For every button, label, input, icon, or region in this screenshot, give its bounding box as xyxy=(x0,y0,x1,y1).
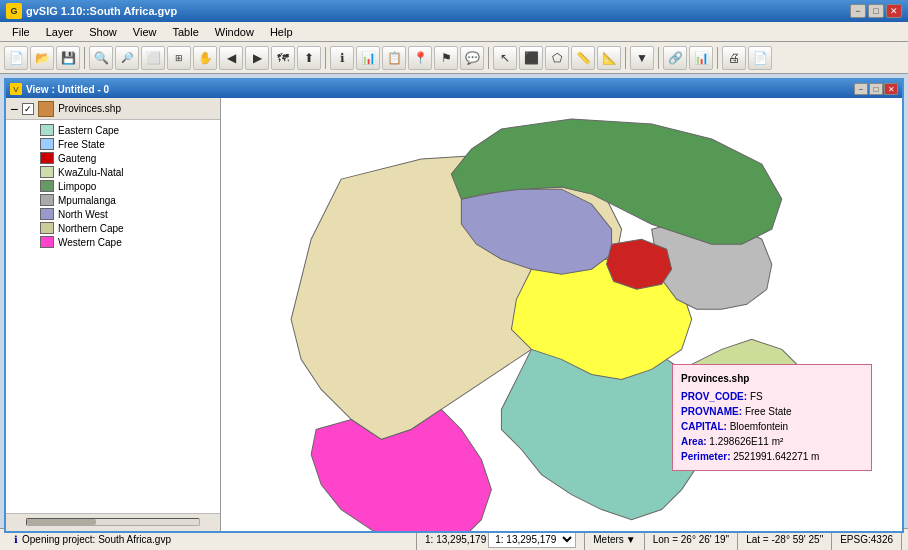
select-rect-button[interactable]: ⬛ xyxy=(519,46,543,70)
pan-button[interactable]: ✋ xyxy=(193,46,217,70)
select-poly-button[interactable]: ⬠ xyxy=(545,46,569,70)
sub-window-icon: V xyxy=(10,83,22,95)
sub-close-button[interactable]: ✕ xyxy=(884,83,898,95)
main-area: V View : Untitled - 0 − □ ✕ − Provinces.… xyxy=(0,74,908,528)
zoom-all-button[interactable]: ⊞ xyxy=(167,46,191,70)
legend-color-1 xyxy=(40,138,54,150)
legend-label-5: Mpumalanga xyxy=(58,195,116,206)
unit-label: Meters xyxy=(593,534,624,545)
sub-minimize-button[interactable]: − xyxy=(854,83,868,95)
info-field-2: CAPITAL: Bloemfontein xyxy=(681,419,863,434)
zoom-prev-button[interactable]: ◀ xyxy=(219,46,243,70)
legend-item-1: Free State xyxy=(40,138,216,150)
sub-maximize-button[interactable]: □ xyxy=(869,83,883,95)
app-icon: G xyxy=(6,3,22,19)
chart-button[interactable]: 📊 xyxy=(689,46,713,70)
legend-color-4 xyxy=(40,180,54,192)
menu-file[interactable]: File xyxy=(4,24,38,40)
info-field-value-4: 2521991.642271 m xyxy=(733,451,819,462)
info-field-name-2: CAPITAL: xyxy=(681,421,730,432)
sep1 xyxy=(84,47,85,69)
legend-label-2: Gauteng xyxy=(58,153,96,164)
full-extent-button[interactable]: 🗺 xyxy=(271,46,295,70)
layers-header: − Provinces.shp xyxy=(6,98,220,120)
scale-dropdown[interactable]: 1: 13,295,179 xyxy=(488,531,576,548)
layer-file-name[interactable]: Provinces.shp xyxy=(58,103,121,114)
menu-bar: File Layer Show View Table Window Help xyxy=(0,22,908,42)
zoom-rect-button[interactable]: ⬜ xyxy=(141,46,165,70)
legend-item-5: Mpumalanga xyxy=(40,194,216,206)
map-area[interactable]: Provinces.shp PROV_CODE: FS PROVNAME: Fr… xyxy=(221,98,902,531)
info-field-4: Perimeter: 2521991.642271 m xyxy=(681,449,863,464)
info-button[interactable]: ℹ xyxy=(330,46,354,70)
layers-scroll-horizontal[interactable] xyxy=(6,513,220,531)
zoom-in-button[interactable]: 🔍 xyxy=(89,46,113,70)
sep5 xyxy=(658,47,659,69)
info-field-1: PROVNAME: Free State xyxy=(681,404,863,419)
menu-layer[interactable]: Layer xyxy=(38,24,82,40)
locate-button[interactable]: 📍 xyxy=(408,46,432,70)
view-window: V View : Untitled - 0 − □ ✕ − Provinces.… xyxy=(4,78,904,533)
info-field-value-1: Free State xyxy=(745,406,792,417)
legend-color-0 xyxy=(40,124,54,136)
zoom-out-button[interactable]: 🔎 xyxy=(115,46,139,70)
legend-item-6: North West xyxy=(40,208,216,220)
window-controls: − □ ✕ xyxy=(850,4,902,18)
new-button[interactable]: 📄 xyxy=(4,46,28,70)
info-field-name-4: Perimeter: xyxy=(681,451,733,462)
info-field-value-3: 1.298626E11 m² xyxy=(709,436,783,447)
cursor-button[interactable]: ⬆ xyxy=(297,46,321,70)
legend-item-7: Northern Cape xyxy=(40,222,216,234)
legend-item-8: Western Cape xyxy=(40,236,216,248)
sep4 xyxy=(625,47,626,69)
info-field-0: PROV_CODE: FS xyxy=(681,389,863,404)
legend-label-4: Limpopo xyxy=(58,181,96,192)
link-button[interactable]: 🔗 xyxy=(663,46,687,70)
legend-color-5 xyxy=(40,194,54,206)
filter-button[interactable]: ▼ xyxy=(630,46,654,70)
legend-label-3: KwaZulu-Natal xyxy=(58,167,124,178)
layer-checkbox[interactable] xyxy=(22,103,34,115)
sep6 xyxy=(717,47,718,69)
open-button[interactable]: 📂 xyxy=(30,46,54,70)
info-field-3: Area: 1.298626E11 m² xyxy=(681,434,863,449)
select-button[interactable]: ↖ xyxy=(493,46,517,70)
table-button[interactable]: 📋 xyxy=(382,46,406,70)
save-button[interactable]: 💾 xyxy=(56,46,80,70)
measure-button[interactable]: 📏 xyxy=(571,46,595,70)
legend-items: Eastern Cape Free State Gauteng KwaZulu-… xyxy=(10,124,216,248)
bookmark-button[interactable]: ⚑ xyxy=(434,46,458,70)
query-button[interactable]: 📊 xyxy=(356,46,380,70)
info-icon: ℹ xyxy=(14,534,18,545)
menu-show[interactable]: Show xyxy=(81,24,125,40)
info-popup: Provinces.shp PROV_CODE: FS PROVNAME: Fr… xyxy=(672,364,872,471)
legend-label-7: Northern Cape xyxy=(58,223,124,234)
menu-table[interactable]: Table xyxy=(164,24,206,40)
legend-item-2: Gauteng xyxy=(40,152,216,164)
legend-label-6: North West xyxy=(58,209,108,220)
zoom-next-button[interactable]: ▶ xyxy=(245,46,269,70)
maximize-button[interactable]: □ xyxy=(868,4,884,18)
report-button[interactable]: 📄 xyxy=(748,46,772,70)
title-bar: G gvSIG 1.10::South Africa.gvp − □ ✕ xyxy=(0,0,908,22)
layer-tree: Eastern Cape Free State Gauteng KwaZulu-… xyxy=(6,120,220,513)
legend-color-8 xyxy=(40,236,54,248)
sep2 xyxy=(325,47,326,69)
menu-window[interactable]: Window xyxy=(207,24,262,40)
menu-view[interactable]: View xyxy=(125,24,165,40)
legend-color-6 xyxy=(40,208,54,220)
legend-label-1: Free State xyxy=(58,139,105,150)
status-text: Opening project: South Africa.gvp xyxy=(22,534,171,545)
legend-item-0: Eastern Cape xyxy=(40,124,216,136)
close-button[interactable]: ✕ xyxy=(886,4,902,18)
toolbar: 📄 📂 💾 🔍 🔎 ⬜ ⊞ ✋ ◀ ▶ 🗺 ⬆ ℹ 📊 📋 📍 ⚑ 💬 ↖ ⬛ … xyxy=(0,42,908,74)
label-button[interactable]: 💬 xyxy=(460,46,484,70)
measure-area-button[interactable]: 📐 xyxy=(597,46,621,70)
print-button[interactable]: 🖨 xyxy=(722,46,746,70)
layers-panel: − Provinces.shp Eastern Cape Free State … xyxy=(6,98,221,531)
unit-dropdown-arrow[interactable]: ▼ xyxy=(626,534,636,545)
collapse-icon[interactable]: − xyxy=(10,101,18,117)
menu-help[interactable]: Help xyxy=(262,24,301,40)
minimize-button[interactable]: − xyxy=(850,4,866,18)
info-field-name-0: PROV_CODE: xyxy=(681,391,750,402)
